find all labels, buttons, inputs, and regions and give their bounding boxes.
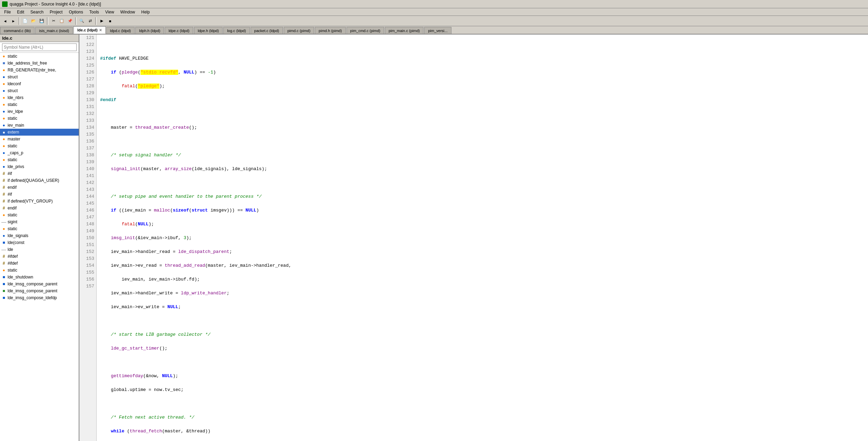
circle-blue-icon6: ● [1, 164, 6, 169]
sidebar-item-sigint[interactable]: — sigint [0, 218, 79, 225]
tabs-bar: command.c (lib) isis_main.c (isisd) lde.… [0, 26, 868, 35]
hash-icon4: # [1, 192, 6, 197]
sidebar-item-ievldpe[interactable]: ● iev_ldpe [0, 108, 79, 115]
toolbar-stop[interactable]: ■ [106, 17, 114, 25]
tab-ldpe-c[interactable]: ldpe.c (ldpd) [165, 27, 193, 34]
sidebar-item-static1[interactable]: ● static [0, 53, 79, 60]
circle-blue-icon2: ● [1, 88, 6, 93]
sidebar-item-static2[interactable]: ● static [0, 101, 79, 108]
toolbar-copy[interactable]: 📋 [58, 17, 66, 25]
sidebar-item-rbgenerate[interactable]: ● RB_GENERATE(nbr_tree, [0, 67, 79, 74]
tab-packet-c[interactable]: packet.c (ldpd) [251, 27, 283, 34]
sidebar-item-ifdefined-user[interactable]: # if defined(QUAGGA_USER) [0, 177, 79, 184]
sidebar-item-master[interactable]: ● master [0, 136, 79, 143]
hash-icon7: # [1, 254, 6, 259]
circle-orange-icon12: ● [1, 268, 6, 273]
menu-item-project[interactable]: Project [47, 8, 65, 16]
sidebar-item-struct2[interactable]: ● struct [0, 87, 79, 94]
sidebar-item-ifdef2[interactable]: # #ifdef [0, 260, 79, 267]
code-line-140: iev_main->ev_write = NULL; [100, 304, 865, 311]
sidebar-item-if1[interactable]: # #if [0, 170, 79, 177]
sidebar-item-lde-address[interactable]: ■ lde_address_list_free [0, 60, 79, 67]
toolbar-paste[interactable]: 📌 [66, 17, 74, 25]
code-line-124: fatal("pledge"); [100, 83, 865, 90]
sidebar-item-lde[interactable]: — lde [0, 246, 79, 253]
toolbar-back[interactable]: ◄ [1, 17, 9, 25]
tab-isis-main[interactable]: isis_main.c (isisd) [35, 27, 73, 34]
tab-ldpd-c[interactable]: ldpd.c (ldpd) [106, 27, 135, 34]
menu-item-edit[interactable]: Edit [14, 8, 27, 16]
code-line-137: iev_main->ev_read = thread_add_read(mast… [100, 262, 865, 269]
circle-orange-icon2: ● [1, 68, 6, 72]
tab-pim-versi[interactable]: pim_versi... [424, 27, 451, 34]
menu-item-file[interactable]: File [1, 8, 13, 16]
circle-blue-icon5: ● [1, 150, 6, 155]
sidebar-item-ievmain[interactable]: ● iev_main [0, 122, 79, 129]
code-line-126 [100, 110, 865, 117]
sidebar-item-if2[interactable]: # #if [0, 191, 79, 198]
tab-ldpe-h[interactable]: ldpe.h (ldpd) [194, 27, 223, 34]
circle-orange-icon5: ● [1, 102, 6, 107]
sidebar-item-static7[interactable]: ● static [0, 225, 79, 232]
sidebar-item-ldeimsgcomposeparent1[interactable]: ■ lde_imsg_compose_parent [0, 281, 79, 287]
menu-item-tools[interactable]: Tools [87, 8, 102, 16]
sidebar-item-endif1[interactable]: # endif [0, 184, 79, 191]
tab-ldph-h[interactable]: ldph.h (ldpd) [135, 27, 164, 34]
sidebar-item-ldeprivs[interactable]: ● lde_privs [0, 163, 79, 170]
code-line-123: if (pledge("stdio recvfd", NULL) == -1) [100, 69, 865, 76]
sidebar-item-ldesignals[interactable]: ● lde_signals [0, 232, 79, 239]
app-icon [2, 1, 8, 7]
code-line-128 [100, 138, 865, 145]
toolbar-new[interactable]: 📄 [21, 17, 29, 25]
sidebar-item-ifdefined-vty[interactable]: # if defined(VTY_GROUP) [0, 198, 79, 205]
title-bar: quagga Project - Source Insight 4.0 - [l… [0, 0, 868, 8]
sidebar-item-ldeconst[interactable]: ■ lde(const [0, 239, 79, 246]
toolbar-cut[interactable]: ✂ [50, 17, 57, 25]
code-line-145: gettimeofday(&now, NULL); [100, 373, 865, 380]
sidebar-item-ifdef1[interactable]: # #ifdef [0, 253, 79, 260]
circle-orange-icon11: ● [1, 226, 6, 231]
sidebar-item-ldeshutdown[interactable]: ■ lde_shutdown [0, 274, 79, 281]
box-blue-icon4: ■ [1, 282, 6, 286]
sidebar-item-static4[interactable]: ● static [0, 143, 79, 149]
tab-pim-main[interactable]: pim_main.c (pimd) [385, 27, 423, 34]
sidebar-item-extern[interactable]: ■ extern [0, 129, 79, 136]
code-lines[interactable]: #ifdef HAVE_PLEDGE if (pledge("stdio rec… [97, 35, 868, 441]
toolbar-replace[interactable]: ⇄ [86, 17, 94, 25]
menu-item-window[interactable]: Window [118, 8, 138, 16]
menu-item-view[interactable]: View [103, 8, 117, 16]
tab-pim-cmd[interactable]: pim_cmd.c (pimd) [347, 27, 384, 34]
toolbar-fwd[interactable]: ► [10, 17, 17, 25]
toolbar-search[interactable]: 🔍 [78, 17, 86, 25]
sidebar-item-endif2[interactable]: # endif [0, 205, 79, 212]
circle-orange-icon: ● [1, 54, 6, 59]
sidebar-item-static5[interactable]: ● static [0, 156, 79, 163]
menu-item-options[interactable]: Options [66, 8, 86, 16]
sidebar-item-ldenbrs[interactable]: ● lde_nbrs [0, 94, 79, 101]
sidebar-item-struct1[interactable]: ● struct [0, 74, 79, 80]
tab-log-c[interactable]: log.c (ldpd) [223, 27, 250, 34]
tab-pimd-c[interactable]: pimd.c (pimd) [284, 27, 314, 34]
sidebar-item-static6[interactable]: ● static [0, 212, 79, 218]
code-line-143: lde_gc_start_timer(); [100, 345, 865, 352]
tab-pimd-h[interactable]: pimd.h (pimd) [315, 27, 345, 34]
toolbar-open[interactable]: 📂 [30, 17, 37, 25]
circle-orange-icon3: ● [1, 81, 6, 86]
circle-orange-icon8: ● [1, 144, 6, 148]
sidebar-item-capsp[interactable]: ● _caps_p [0, 149, 79, 156]
tab-lde-c[interactable]: lde.c (ldpd) ✕ [74, 26, 106, 34]
tab-close-icon[interactable]: ✕ [99, 28, 102, 32]
sidebar-item-static3[interactable]: ● static [0, 115, 79, 122]
sidebar-item-static8[interactable]: ● static [0, 267, 79, 274]
toolbar-build[interactable]: ▶ [98, 17, 106, 25]
code-line-122: #ifdef HAVE_PLEDGE [100, 55, 865, 62]
sidebar-item-ldeimsgcomposeparent2[interactable]: ■ lde_imsg_compose_parent [0, 287, 79, 294]
sidebar-item-ldeimsgcomposeldep[interactable]: ■ lde_imsg_compose_ldefdp [0, 294, 79, 301]
menu-item-help[interactable]: Help [138, 8, 153, 16]
code-line-133: if ((iev_main = malloc(sizeof(struct ims… [100, 207, 865, 214]
menu-item-search[interactable]: Search [28, 8, 46, 16]
toolbar-save[interactable]: 💾 [38, 17, 46, 25]
sidebar-search-input[interactable] [2, 43, 77, 51]
sidebar-item-ldeconf[interactable]: ● ldeconf [0, 80, 79, 87]
tab-command-c[interactable]: command.c (lib) [0, 27, 35, 34]
